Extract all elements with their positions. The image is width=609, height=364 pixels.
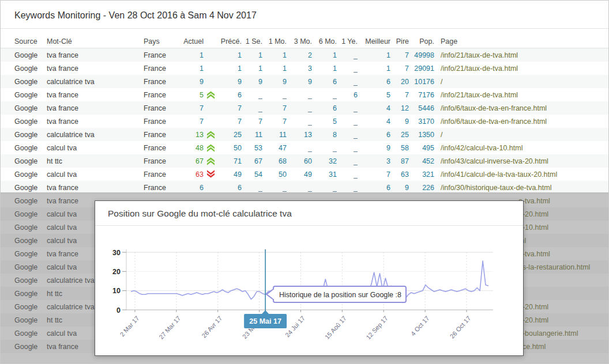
trend-up-icon (206, 157, 215, 165)
cell-keyword: calculatrice tva (47, 131, 144, 139)
cell-mo6: 6 (312, 104, 337, 112)
cell-keyword: tva france (47, 117, 144, 126)
x-axis-label: 15 Aoû 17 (324, 314, 348, 340)
cell-keyword: ht ttc (47, 157, 144, 165)
cell-country: France (144, 184, 181, 192)
cell-best: 9 (358, 144, 390, 152)
cell-page: /info/43/calcul-inverse-tva-20.html (434, 157, 604, 165)
cell-mo6: 31 (312, 170, 337, 179)
cell-prev: 7 (216, 117, 242, 126)
cell-pop: 5446 (409, 104, 434, 112)
table-row[interactable]: Googletva franceFrance7777_5_493170/info… (1, 115, 608, 128)
cell-current: 67 (181, 157, 204, 165)
cell-mo3: 9 (287, 78, 312, 86)
svg-text:25 Mai 17: 25 Mai 17 (249, 317, 281, 325)
cell-page: / (434, 78, 604, 86)
table-row[interactable]: Googlecalculatrice tvaFrance13251111138_… (1, 128, 608, 141)
cell-mo1: _ (262, 91, 287, 99)
cell-mo1: 1 (262, 65, 287, 73)
cell-worst: 12 (390, 104, 409, 112)
cell-prev: 50 (216, 144, 242, 152)
cell-pop: 10176 (409, 78, 434, 86)
cell-country: France (144, 91, 181, 99)
cell-best: 6 (358, 184, 390, 192)
cell-worst: 20 (390, 78, 409, 86)
column-header-se1[interactable]: 1 Se. (242, 37, 262, 46)
column-header-pop[interactable]: Pop. (409, 37, 434, 46)
cell-mo6: _ (312, 91, 337, 99)
cell-mo3: 60 (287, 157, 312, 165)
cell-se1: 67 (242, 157, 262, 165)
cell-mo6: _ (312, 184, 337, 192)
table-row[interactable]: Googlecalcul tvaFrance48505347___958495/… (1, 141, 608, 154)
cell-se1: 1 (242, 65, 262, 73)
column-header-worst[interactable]: Pire (390, 37, 409, 46)
cell-se1: _ (242, 104, 262, 112)
cell-worst: 7 (390, 51, 409, 59)
cell-ye1: _ (337, 144, 358, 152)
chart-tooltip: Historique de la position sur Google :8 (266, 286, 406, 302)
cell-se1: 7 (242, 117, 262, 126)
column-header-current[interactable]: Actuel (181, 37, 204, 46)
cell-trend (204, 51, 216, 59)
cell-current: 7 (181, 117, 204, 126)
table-row[interactable]: Googlecalculatrice tvaFrance999996_62010… (1, 75, 608, 88)
column-header-source[interactable]: Source (14, 37, 47, 46)
cell-ye1: _ (337, 184, 358, 192)
cell-mo6: 6 (312, 78, 337, 86)
cell-current: 1 (181, 65, 204, 73)
cell-mo3: _ (287, 104, 312, 112)
cell-mo3: 13 (287, 131, 312, 139)
cell-mo6: 1 (312, 51, 337, 59)
cell-ye1: 6 (337, 91, 358, 99)
trend-down-icon (206, 170, 215, 179)
column-header-ye1[interactable]: 1 Ye. (337, 37, 358, 46)
trend-up-icon (206, 143, 215, 152)
cell-mo6: _ (312, 144, 337, 152)
column-header-best[interactable]: Meilleur (358, 37, 390, 46)
table-row[interactable]: Googletva franceFrance77_7_6_4125446/inf… (1, 101, 608, 115)
cell-trend (204, 117, 216, 126)
column-header-keyword[interactable]: Mot-Clé (47, 37, 144, 46)
cell-prev: 71 (216, 157, 242, 165)
cell-mo3: 49 (287, 170, 312, 179)
title-divider (1, 28, 608, 29)
cell-ye1: _ (337, 65, 358, 73)
cell-worst: 7 (390, 91, 409, 99)
cell-mo1: 50 (262, 170, 287, 179)
cell-page: /info/21/taux-de-tva.html (434, 51, 604, 59)
table-row[interactable]: Googlecalcul tvaFrance634954504931_76332… (1, 168, 608, 181)
table-row[interactable]: Googletva franceFrance111131_1729091/inf… (1, 62, 608, 75)
cell-worst: 7 (390, 65, 409, 73)
table-row[interactable]: Googleht ttcFrance677167686032_387452/in… (1, 154, 608, 168)
title-bar: Keywords Monitoring - Ven 28 Oct 2016 à … (1, 1, 608, 28)
column-header-prev[interactable]: Précé. (216, 37, 242, 46)
keyword-chart-modal: Position sur Google du mot-clé calculatr… (95, 200, 524, 356)
column-header-mo1[interactable]: 1 Mo. (262, 37, 287, 46)
cell-best: 4 (358, 104, 390, 112)
modal-title: Position sur Google du mot-clé calculatr… (95, 201, 523, 225)
cell-ye1: _ (337, 170, 358, 179)
column-header-country[interactable]: Pays (144, 37, 181, 46)
cell-mo1: 7 (262, 104, 287, 112)
cell-source: Google (14, 131, 47, 139)
cell-ye1: _ (337, 104, 358, 112)
cell-best: 4 (358, 117, 390, 126)
svg-text:Historique de la position sur: Historique de la position sur Google :8 (279, 291, 401, 299)
table-row[interactable]: Googletva franceFrance111121_1749998/inf… (1, 48, 608, 62)
column-header-page[interactable]: Page (434, 37, 604, 46)
cell-prev: 1 (216, 65, 242, 73)
position-history-chart[interactable]: 01020302 Mar 1727 Mar 1726 Avr 1723 Mai … (95, 227, 523, 350)
cell-ye1: _ (337, 78, 358, 86)
cell-pop: 3170 (409, 117, 434, 126)
cell-country: France (144, 104, 181, 112)
column-header-mo6[interactable]: 6 Mo. (312, 37, 337, 46)
cell-best: 1 (358, 51, 390, 59)
table-row[interactable]: Googletva franceFrance56____6577176/info… (1, 88, 608, 101)
cell-current: 6 (181, 184, 204, 192)
trend-up-icon (206, 130, 215, 139)
cell-keyword: tva france (47, 91, 144, 99)
cell-se1: 9 (242, 78, 262, 86)
column-header-mo3[interactable]: 3 Mo. (287, 37, 312, 46)
cell-keyword: calculatrice tva (47, 78, 144, 86)
